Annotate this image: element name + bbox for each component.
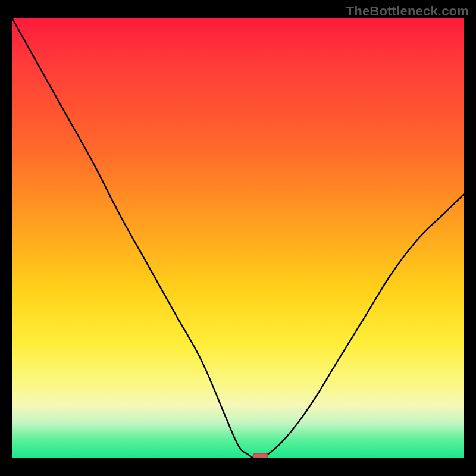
- curve-svg: [12, 18, 464, 458]
- minimum-marker: [253, 453, 268, 458]
- watermark-text: TheBottleneck.com: [346, 4, 469, 19]
- plot-area: [12, 18, 464, 458]
- chart-frame: TheBottleneck.com: [0, 0, 476, 476]
- bottleneck-curve: [12, 18, 464, 458]
